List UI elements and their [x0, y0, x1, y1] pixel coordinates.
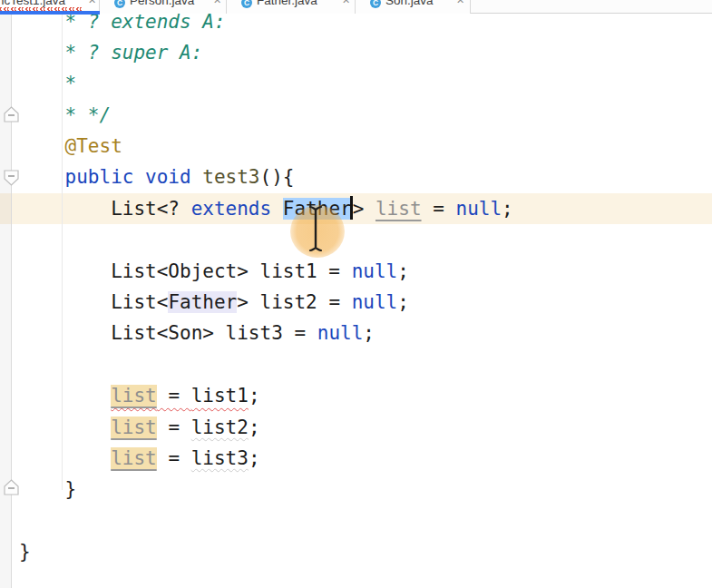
code-token: = [157, 385, 191, 407]
code-token: test3 [202, 166, 259, 188]
code-token: * [19, 73, 76, 94]
code-token: ; [249, 447, 260, 469]
close-icon[interactable]: ✕ [88, 0, 96, 6]
code-line-16[interactable] [0, 505, 712, 536]
code-line-5[interactable]: public void test3(){ [0, 162, 712, 192]
code-token: Father [283, 198, 352, 220]
code-token: = [157, 416, 191, 438]
code-token: ; [502, 198, 513, 220]
class-icon: C [114, 0, 125, 8]
code-token: } [19, 541, 31, 563]
code-token: @Test [65, 135, 122, 157]
tab-label: Father.java [257, 0, 317, 7]
code-line-3[interactable]: * */ [0, 100, 712, 131]
code-token: ; [397, 260, 409, 282]
code-line-11[interactable] [0, 349, 712, 380]
code-line-8[interactable]: List<Object> list1 = null; [0, 256, 712, 287]
code-token: > [353, 198, 376, 220]
code-token: = [157, 447, 191, 469]
code-line-9[interactable]: List<Father> list2 = null; [0, 287, 712, 318]
fold-start-icon[interactable] [4, 170, 19, 186]
indent-guide-line [62, 14, 63, 490]
ide-editor-window: ricTest1.java ✕ C Person.java ✕ C Father… [0, 0, 712, 588]
close-icon[interactable]: ✕ [213, 0, 221, 6]
code-line-15[interactable]: } [0, 474, 712, 505]
tab-label: Person.java [130, 0, 194, 7]
tab-father-java[interactable]: C Father.java ✕ [227, 0, 356, 14]
code-token: List<Son> list3 = [19, 322, 317, 344]
code-token [19, 166, 65, 188]
code-token: list2 [191, 416, 249, 438]
code-line-2[interactable]: * [0, 68, 712, 99]
code-token: (){ [260, 166, 295, 188]
code-line-17[interactable]: } [0, 536, 712, 567]
code-token: null [317, 322, 364, 344]
code-token: list [111, 416, 157, 438]
code-token: > list2 = [237, 291, 351, 313]
code-token: ; [249, 416, 260, 438]
code-token: ; [249, 385, 260, 407]
code-line-13[interactable]: list = list2; [0, 412, 712, 443]
code-token: list [376, 198, 422, 220]
code-token [19, 416, 111, 438]
code-token: list [111, 447, 157, 469]
fold-end-icon[interactable] [4, 106, 19, 122]
code-token: null [352, 291, 398, 313]
code-token: list1 [191, 385, 249, 407]
code-token: ; [397, 291, 409, 313]
code-token: list [111, 385, 157, 407]
editor-tab-bar: ricTest1.java ✕ C Person.java ✕ C Father… [0, 0, 712, 14]
code-token: extends [191, 198, 283, 220]
code-line-10[interactable]: List<Son> list3 = null; [0, 318, 712, 348]
code-token [19, 135, 65, 157]
tab-label: Son.java [385, 0, 434, 7]
code-line-1[interactable]: * ? super A: [0, 37, 712, 68]
code-token: * ? super A: [19, 42, 202, 64]
code-token: null [455, 198, 502, 220]
code-line-14[interactable]: list = list3; [0, 443, 712, 474]
code-token: List<? [19, 198, 191, 220]
code-line-4[interactable]: @Test [0, 131, 712, 162]
code-token [19, 385, 111, 407]
tab-label: ricTest1.java [0, 0, 65, 7]
code-token: ; [363, 322, 375, 344]
code-editor-area[interactable]: * ? extends A: * ? super A: * * */ @Test… [0, 6, 712, 568]
close-icon[interactable]: ✕ [342, 0, 350, 6]
code-token: } [19, 478, 76, 500]
code-token: List< [19, 291, 168, 313]
code-token: null [352, 260, 398, 282]
code-token [19, 447, 111, 469]
class-icon: C [241, 0, 252, 8]
tab-son-java[interactable]: C Son.java ✕ [356, 0, 471, 14]
tab-person-java[interactable]: C Person.java ✕ [100, 0, 227, 14]
code-token: Father [168, 291, 237, 313]
code-line-7[interactable] [0, 224, 712, 255]
fold-end-icon[interactable] [4, 479, 19, 495]
code-token: List<Object> list1 = [19, 260, 352, 282]
code-line-6[interactable]: List<? extends Father> list = null; [0, 193, 712, 224]
code-token: public void [65, 166, 203, 188]
code-token: list3 [191, 447, 249, 469]
editor-gutter [0, 14, 12, 588]
active-tab-indicator [0, 11, 100, 15]
error-squiggle-span: list = list1 [111, 385, 249, 407]
code-token: = [422, 198, 456, 220]
close-icon[interactable]: ✕ [456, 0, 464, 6]
code-token: * */ [19, 104, 111, 126]
code-line-12[interactable]: list = list1; [0, 380, 712, 411]
tab-rictest1-java[interactable]: ricTest1.java ✕ [0, 0, 100, 14]
class-icon: C [370, 0, 381, 8]
